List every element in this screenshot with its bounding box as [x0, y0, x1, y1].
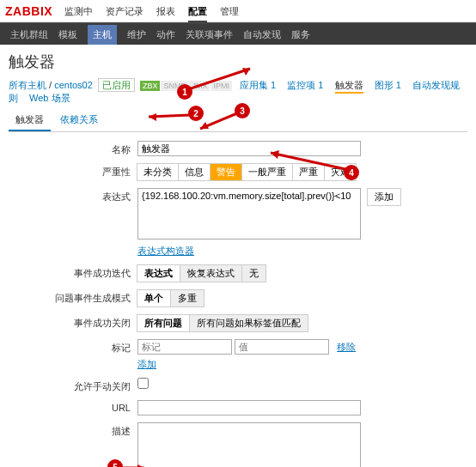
bc-host[interactable]: centos02	[54, 80, 93, 90]
nav2-hostgroups[interactable]: 主机群组	[10, 28, 48, 41]
gen-mode-single[interactable]: 单个	[137, 289, 171, 307]
ok-close-group: 所有问题所有问题如果标签值匹配	[137, 314, 467, 332]
svg-line-6	[271, 153, 345, 169]
sev-notclassified[interactable]: 未分类	[137, 163, 179, 181]
tag-name-input[interactable]	[137, 339, 232, 355]
arrow-2	[144, 112, 192, 122]
nav2-correlation[interactable]: 关联项事件	[186, 28, 233, 41]
page-body: 触发器 所有主机 / centos02 已启用 ZBXSNMPJMXIPMI 应…	[0, 45, 476, 467]
logo: ZABBIX	[5, 4, 52, 18]
ok-iter-none[interactable]: 无	[241, 264, 266, 282]
expr-builder-link[interactable]: 表达式构造器	[137, 246, 194, 256]
ok-close-tag[interactable]: 所有问题如果标签值匹配	[189, 314, 308, 332]
status-enabled: 已启用	[98, 78, 135, 92]
sev-info[interactable]: 信息	[178, 163, 211, 181]
ok-close-all[interactable]: 所有问题	[137, 314, 190, 332]
badge-zbx: ZBX	[140, 81, 161, 91]
label-ok-close: 事件成功关闭	[9, 314, 137, 330]
tab-deps[interactable]: 依赖关系	[53, 110, 105, 130]
svg-marker-7	[271, 150, 279, 159]
nav1: 监测中 资产记录 报表 配置 管理	[59, 5, 244, 18]
svg-marker-3	[149, 113, 156, 121]
nav1-admin[interactable]: 管理	[220, 6, 239, 16]
sub-nav: 主机群组 模板 主机 维护 动作 关联项事件 自动发现 服务	[0, 24, 476, 45]
nav1-monitoring[interactable]: 监测中	[64, 6, 93, 16]
label-tags: 标记	[9, 339, 137, 355]
tag-add-link[interactable]: 添加	[137, 359, 156, 369]
nav1-inventory[interactable]: 资产记录	[106, 6, 143, 16]
marker-2: 2	[188, 106, 204, 121]
label-name: 名称	[9, 141, 137, 156]
link-web[interactable]: Web 场景	[29, 93, 70, 103]
nav2-discovery[interactable]: 自动发现	[243, 28, 281, 41]
url-input[interactable]	[137, 400, 361, 415]
arrow-4	[266, 150, 348, 172]
gen-mode-multi[interactable]: 多重	[170, 289, 204, 307]
label-severity: 严重性	[9, 163, 137, 179]
label-expression: 表达式	[9, 188, 137, 203]
arrow-1	[186, 66, 254, 92]
expression-input[interactable]: {192.168.100.20:vm.memory.size[total].pr…	[137, 188, 361, 240]
link-graphs[interactable]: 图形 1	[375, 80, 401, 90]
nav1-config[interactable]: 配置	[188, 6, 207, 22]
link-items[interactable]: 监控项 1	[287, 80, 323, 90]
nav2-hosts[interactable]: 主机	[88, 25, 117, 45]
ok-iter-recov[interactable]: 恢复表达式	[180, 264, 242, 282]
tag-remove-link[interactable]: 移除	[337, 342, 356, 352]
bc-all-hosts[interactable]: 所有主机	[9, 80, 46, 90]
label-gen-mode: 问题事件生成模式	[9, 289, 137, 305]
label-manual-close: 允许手动关闭	[9, 378, 137, 393]
label-url: URL	[9, 400, 137, 413]
sev-warning[interactable]: 警告	[210, 163, 242, 181]
tab-trigger[interactable]: 触发器	[9, 110, 51, 131]
nav1-reports[interactable]: 报表	[156, 6, 175, 16]
ok-iter-group: 表达式恢复表达式无	[137, 264, 467, 282]
marker-1: 1	[177, 84, 192, 100]
gen-mode-group: 单个多重	[137, 289, 467, 307]
svg-line-0	[186, 69, 250, 90]
label-desc: 描述	[9, 422, 137, 438]
nav2-services[interactable]: 服务	[291, 28, 310, 41]
nav2-maintenance[interactable]: 维护	[127, 28, 146, 41]
nav2-templates[interactable]: 模板	[58, 28, 77, 41]
nav2-actions[interactable]: 动作	[156, 28, 175, 41]
desc-input[interactable]	[137, 422, 361, 467]
expr-add-button[interactable]: 添加	[367, 188, 401, 206]
arrow-5	[119, 462, 149, 467]
marker-3: 3	[235, 103, 250, 118]
link-triggers[interactable]: 触发器	[335, 80, 363, 94]
ok-iter-expr[interactable]: 表达式	[137, 264, 180, 282]
label-ok-iter: 事件成功迭代	[9, 264, 137, 280]
manual-close-checkbox[interactable]	[137, 378, 149, 389]
top-nav: ZABBIX 监测中 资产记录 报表 配置 管理	[0, 0, 476, 24]
tag-value-input[interactable]	[235, 339, 329, 355]
marker-4: 4	[344, 165, 359, 180]
